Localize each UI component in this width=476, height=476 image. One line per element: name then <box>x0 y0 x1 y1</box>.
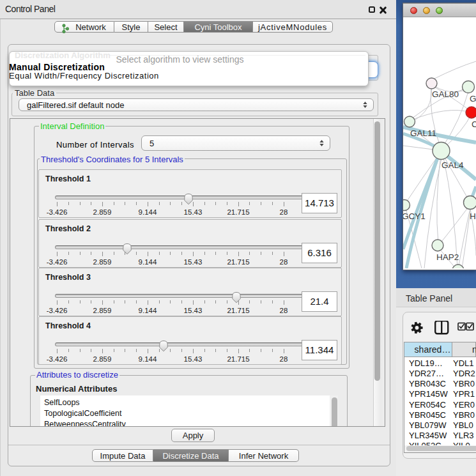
svg-text:GAL4: GAL4 <box>441 160 464 170</box>
svg-text:GCY1: GCY1 <box>403 211 426 221</box>
svg-text:GAL80: GAL80 <box>432 89 459 99</box>
svg-text:GA: GA <box>470 94 476 104</box>
svg-text:HAP2: HAP2 <box>436 252 459 262</box>
svg-text:GAL11: GAL11 <box>410 128 436 138</box>
svg-text:C: C <box>472 119 476 129</box>
svg-text:H: H <box>470 211 476 221</box>
